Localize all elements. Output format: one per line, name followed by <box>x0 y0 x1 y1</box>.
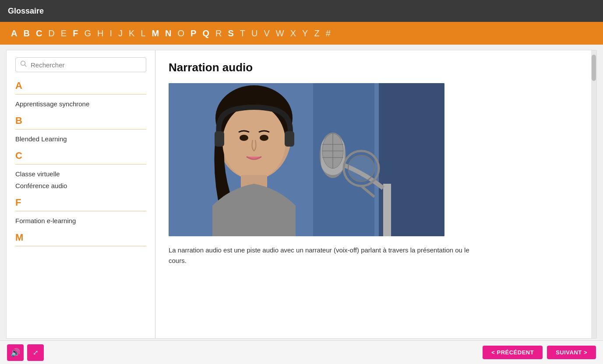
alpha-Q[interactable]: Q <box>200 28 212 39</box>
section-letter-C: C <box>15 150 146 161</box>
next-label: SUIVANT > <box>556 349 587 356</box>
section-M: M <box>15 232 146 246</box>
alpha-Y[interactable]: Y <box>300 28 310 39</box>
alpha-A[interactable]: A <box>9 28 19 39</box>
sidebar-item-apprentissage[interactable]: Apprentissage synchrone <box>15 98 146 110</box>
search-box[interactable] <box>15 57 146 72</box>
alpha-L[interactable]: L <box>138 28 148 39</box>
footer-left: 🔊 ⤢ <box>7 344 44 361</box>
alpha-S[interactable]: S <box>226 28 236 39</box>
section-A: A Apprentissage synchrone <box>15 80 146 110</box>
next-button[interactable]: SUIVANT > › <box>547 346 596 359</box>
page-header: Glossaire <box>0 0 603 22</box>
alpha-P[interactable]: P <box>188 28 198 39</box>
section-letter-B: B <box>15 115 146 126</box>
alpha-W[interactable]: W <box>274 28 286 39</box>
alpha-Z[interactable]: Z <box>312 28 321 39</box>
svg-point-9 <box>260 135 268 141</box>
sidebar-item-conference[interactable]: Conférence audio <box>15 180 146 192</box>
expand-icon: ⤢ <box>33 349 39 357</box>
alpha-hash[interactable]: # <box>324 28 333 39</box>
scrollbar-track[interactable] <box>591 50 596 338</box>
sidebar-item-blended[interactable]: Blended Learning <box>15 133 146 145</box>
alpha-R[interactable]: R <box>213 28 224 39</box>
section-letter-A: A <box>15 80 146 91</box>
alpha-F[interactable]: F <box>71 28 80 39</box>
alpha-U[interactable]: U <box>249 28 260 39</box>
footer-nav: ‹ < PRÉCÉDENT SUIVANT > › <box>483 346 596 359</box>
main-content: A Apprentissage synchrone B Blended Lear… <box>6 50 597 339</box>
search-icon <box>20 60 27 69</box>
alpha-T[interactable]: T <box>238 28 247 39</box>
alpha-C[interactable]: C <box>34 28 44 39</box>
expand-button[interactable]: ⤢ <box>27 344 44 361</box>
alpha-B[interactable]: B <box>21 28 32 39</box>
alpha-I[interactable]: I <box>107 28 114 39</box>
svg-rect-11 <box>285 131 294 147</box>
content-area: Narration audio <box>155 50 591 338</box>
footer: 🔊 ⤢ ‹ < PRÉCÉDENT SUIVANT > › <box>0 340 603 364</box>
svg-point-22 <box>348 155 374 182</box>
section-letter-M: M <box>15 232 146 243</box>
svg-point-7 <box>222 105 286 179</box>
sidebar-item-formation[interactable]: Formation e-learning <box>15 215 146 227</box>
search-input[interactable] <box>31 61 141 69</box>
content-description: La narration audio est une piste audio a… <box>169 245 475 266</box>
alpha-E[interactable]: E <box>59 28 69 39</box>
prev-label: < PRÉCÉDENT <box>491 349 534 356</box>
alpha-K[interactable]: K <box>127 28 137 39</box>
svg-point-8 <box>240 135 248 141</box>
svg-rect-10 <box>215 131 224 147</box>
page-title: Glossaire <box>8 7 44 16</box>
sound-button[interactable]: 🔊 <box>7 344 24 361</box>
section-letter-F: F <box>15 197 146 208</box>
alpha-H[interactable]: H <box>95 28 106 39</box>
alpha-G[interactable]: G <box>82 28 93 39</box>
section-B: B Blended Learning <box>15 115 146 145</box>
content-image <box>169 83 444 236</box>
section-F: F Formation e-learning <box>15 197 146 227</box>
alpha-X[interactable]: X <box>288 28 298 39</box>
scrollbar-thumb[interactable] <box>592 55 596 81</box>
sidebar: A Apprentissage synchrone B Blended Lear… <box>7 50 155 338</box>
prev-button[interactable]: ‹ < PRÉCÉDENT <box>483 346 543 359</box>
content-title: Narration audio <box>169 61 578 74</box>
alpha-O[interactable]: O <box>176 28 187 39</box>
svg-line-1 <box>25 65 27 67</box>
svg-rect-13 <box>383 184 391 236</box>
section-C: C Classe virtuelle Conférence audio <box>15 150 146 192</box>
alpha-V[interactable]: V <box>261 28 272 39</box>
alpha-J[interactable]: J <box>116 28 125 39</box>
sidebar-item-classe[interactable]: Classe virtuelle <box>15 168 146 180</box>
sound-icon: 🔊 <box>11 348 20 357</box>
alpha-D[interactable]: D <box>46 28 56 39</box>
alpha-M[interactable]: M <box>149 28 161 39</box>
alphabet-bar: A B C D E F G H I J K L M N O P Q R S T … <box>0 22 603 45</box>
alpha-N[interactable]: N <box>163 28 173 39</box>
